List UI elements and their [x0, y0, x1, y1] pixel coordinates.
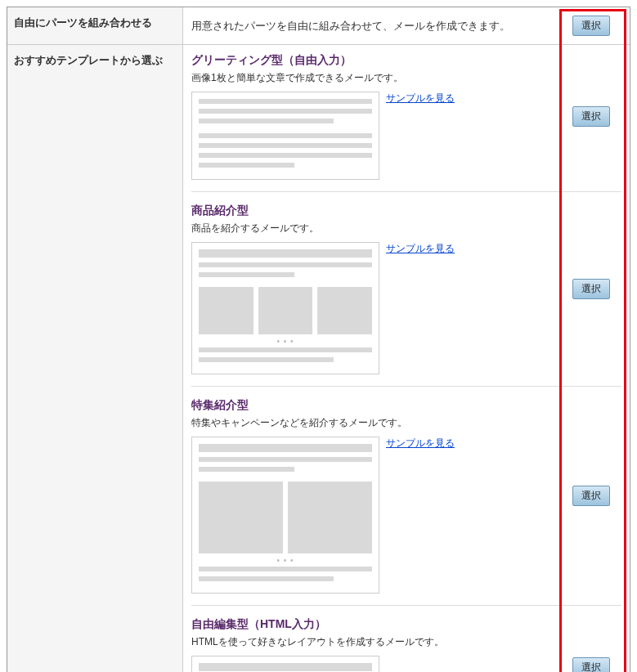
template-desc: HTMLを使って好きなレイアウトを作成するメールです。	[191, 635, 552, 649]
template-title: グリーティング型（自由入力）	[191, 53, 552, 68]
template-feature: 特集紹介型 特集やキャンペーンなどを紹介するメールです。 • • •	[191, 398, 621, 606]
template-thumbnail: • • •	[191, 437, 379, 594]
template-title: 自由編集型（HTML入力）	[191, 617, 552, 632]
template-desc: 特集やキャンペーンなどを紹介するメールです。	[191, 416, 552, 430]
template-desc: 商品を紹介するメールです。	[191, 222, 552, 235]
free-combine-description: 用意されたパーツを自由に組み合わせて、メールを作成できます。	[191, 19, 552, 34]
select-button-greeting[interactable]: 選択	[572, 106, 610, 127]
template-thumbnail: • • •	[191, 242, 379, 374]
sample-link[interactable]: サンプルを見る	[386, 437, 455, 450]
sample-link[interactable]: サンプルを見る	[386, 92, 455, 105]
sample-link[interactable]: サンプルを見る	[386, 242, 455, 256]
label-recommended: おすすめテンプレートから選ぶ	[7, 45, 183, 672]
layout-selection-table: 自由にパーツを組み合わせる 用意されたパーツを自由に組み合わせて、メールを作成で…	[7, 7, 630, 672]
template-desc: 画像1枚と簡単な文章で作成できるメールです。	[191, 71, 552, 85]
template-title: 特集紹介型	[191, 398, 552, 413]
template-title: 商品紹介型	[191, 204, 552, 218]
template-html: 自由編集型（HTML入力） HTMLを使って好きなレイアウトを作成するメールです…	[191, 617, 621, 672]
row-free-combine: 自由にパーツを組み合わせる 用意されたパーツを自由に組み合わせて、メールを作成で…	[7, 7, 630, 45]
label-free-combine: 自由にパーツを組み合わせる	[7, 7, 183, 44]
row-recommended-templates: おすすめテンプレートから選ぶ グリーティング型（自由入力） 画像1枚と簡単な文章…	[7, 45, 630, 672]
template-thumbnail	[191, 92, 379, 180]
select-button-product[interactable]: 選択	[572, 279, 610, 299]
template-thumbnail	[191, 656, 379, 672]
select-button-feature[interactable]: 選択	[572, 486, 610, 506]
template-product: 商品紹介型 商品を紹介するメールです。 • • •	[191, 204, 621, 387]
template-greeting: グリーティング型（自由入力） 画像1枚と簡単な文章で作成できるメールです。	[191, 53, 621, 192]
select-button-html[interactable]: 選択	[572, 657, 610, 672]
select-button-free-combine[interactable]: 選択	[572, 16, 610, 36]
